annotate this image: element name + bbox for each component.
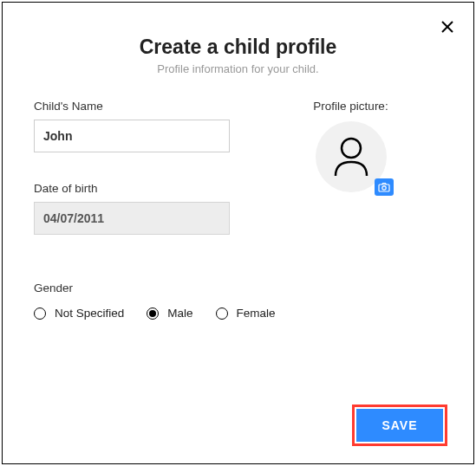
avatar-container bbox=[316, 121, 387, 192]
svg-point-2 bbox=[342, 139, 361, 158]
person-icon bbox=[333, 136, 369, 178]
child-name-input[interactable] bbox=[34, 120, 230, 152]
dialog-subtitle: Profile information for your child. bbox=[34, 62, 442, 75]
dialog-title: Create a child profile bbox=[34, 36, 442, 59]
gender-radio-not-specified[interactable]: Not Specified bbox=[34, 307, 124, 320]
radio-icon bbox=[34, 307, 46, 320]
close-button[interactable] bbox=[439, 18, 456, 36]
radio-label: Female bbox=[237, 307, 276, 320]
create-child-profile-dialog: Create a child profile Profile informati… bbox=[2, 2, 474, 464]
svg-point-4 bbox=[381, 186, 385, 190]
dob-label: Date of birth bbox=[34, 182, 259, 195]
save-button-highlight: SAVE bbox=[352, 405, 447, 446]
save-button[interactable]: SAVE bbox=[356, 409, 443, 442]
profile-picture-label: Profile picture: bbox=[259, 100, 442, 113]
radio-label: Not Specified bbox=[55, 307, 124, 320]
radio-icon bbox=[147, 307, 159, 320]
close-icon bbox=[440, 20, 454, 34]
name-label: Child's Name bbox=[34, 100, 259, 113]
svg-rect-3 bbox=[379, 184, 389, 191]
dob-input[interactable] bbox=[34, 202, 230, 235]
gender-radio-female[interactable]: Female bbox=[216, 307, 276, 320]
radio-label: Male bbox=[167, 307, 192, 320]
camera-icon bbox=[378, 182, 390, 192]
form-area: Child's Name Date of birth Profile pictu… bbox=[34, 100, 442, 320]
gender-label: Gender bbox=[34, 282, 442, 294]
gender-radio-group: Not Specified Male Female bbox=[34, 307, 442, 320]
radio-icon bbox=[216, 307, 228, 320]
upload-photo-button[interactable] bbox=[375, 178, 394, 196]
gender-radio-male[interactable]: Male bbox=[147, 307, 192, 320]
